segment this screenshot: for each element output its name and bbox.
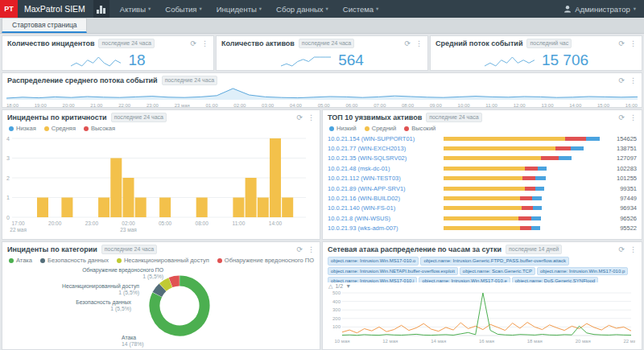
asset-bar-segment — [444, 206, 522, 210]
kebab-menu-icon[interactable]: ⋮ — [630, 246, 637, 253]
legend-item[interactable]: Безопасность данных — [40, 257, 109, 264]
svg-text:200: 200 — [332, 316, 341, 321]
legend-item[interactable]: Средняя — [44, 125, 76, 132]
legend-item[interactable]: Атака — [9, 257, 32, 264]
asset-link[interactable]: 10.0.21.112 (WIN-TEST03) — [328, 175, 440, 182]
asset-link[interactable]: 10.0.21.140 (WIN-FS-01) — [328, 204, 440, 212]
filter-chip[interactable]: object.name: Intrusion.Generic.FTPD_PASS… — [420, 257, 569, 266]
svg-text:05:00: 05:00 — [159, 220, 172, 226]
asset-link[interactable]: 10.0.21.48 (msk-dc-01) — [328, 165, 440, 172]
svg-text:100: 100 — [332, 324, 341, 329]
tab-start-page[interactable]: Стартовая страница — [2, 18, 87, 33]
asset-bar-segment — [444, 216, 518, 220]
asset-bar-track — [444, 176, 600, 180]
asset-bar-track — [444, 216, 600, 220]
legend-item[interactable]: Высокий — [404, 125, 436, 132]
refresh-icon[interactable]: ⟳ — [404, 40, 411, 47]
asset-value: 101255 — [603, 175, 637, 182]
caret-down-icon: ▾ — [148, 6, 151, 12]
chips-page-indicator[interactable]: 1/2 — [335, 283, 343, 289]
kebab-menu-icon[interactable]: ⋮ — [415, 40, 423, 47]
menu-item-label: Сбор данных — [276, 5, 323, 14]
asset-value: 154625 — [603, 135, 637, 142]
caret-down-icon: ▾ — [634, 6, 636, 12]
kebab-menu-icon[interactable]: ⋮ — [308, 114, 315, 121]
menu-incidents[interactable]: Инциденты▾ — [209, 0, 269, 18]
menu-data-collection[interactable]: Сбор данных▾ — [269, 0, 336, 18]
legend-item[interactable]: Низкий — [329, 125, 357, 132]
legend-dot — [329, 126, 334, 131]
caret-down-icon: ▾ — [199, 6, 201, 12]
asset-bar — [444, 137, 600, 141]
asset-link[interactable]: 10.0.21.16 (WIN-BUILD02) — [328, 195, 440, 202]
menu-events[interactable]: События▾ — [158, 0, 208, 18]
widget-title: Количество инцидентов — [7, 39, 94, 47]
pt-logo[interactable]: PT — [0, 0, 18, 18]
asset-value: 96526 — [603, 215, 637, 222]
axis-tick-label: 04:00 — [290, 103, 302, 108]
legend-item[interactable]: Несанкционированный доступ — [117, 257, 209, 264]
asset-bar — [444, 176, 546, 180]
refresh-icon[interactable]: ⟳ — [190, 40, 196, 47]
svg-text:4: 4 — [6, 136, 10, 142]
period-badge: последние 24 часа — [98, 39, 154, 48]
refresh-icon[interactable]: ⟳ — [618, 114, 625, 121]
refresh-icon[interactable]: ⟳ — [618, 40, 625, 47]
asset-row: 10.0.21.16 (WIN-BUILD02)97449 — [323, 193, 642, 203]
legend-label: Высокий — [411, 125, 436, 132]
legend-item[interactable]: Высокая — [84, 125, 115, 132]
legend-item[interactable]: Низкая — [9, 125, 36, 132]
axis-tick-label: 06:00 — [345, 103, 357, 108]
dashboards-icon[interactable] — [93, 0, 109, 18]
asset-row: 10.0.21.35 (WIN-SQLSRV02)127097 — [323, 154, 642, 163]
kebab-menu-icon[interactable]: ⋮ — [630, 77, 637, 84]
filter-chip[interactable]: object.name: Intrusion.Win.MS17-010.o — [328, 257, 419, 266]
filter-chip[interactable]: object.name: DoS.Generic.SYNFlood — [512, 277, 598, 282]
kebab-menu-icon[interactable]: ⋮ — [308, 246, 315, 253]
asset-link[interactable]: 10.0.21.89 (WIN-APP-SRV1) — [328, 185, 440, 192]
asset-bar-track — [444, 137, 600, 141]
refresh-icon[interactable]: ⟳ — [296, 114, 303, 121]
menu-system[interactable]: Система▾ — [336, 0, 386, 18]
kebab-menu-icon[interactable]: ⋮ — [630, 40, 637, 47]
asset-bar-segment — [541, 156, 559, 160]
widget-title: ТОП 10 уязвимых активов — [328, 113, 422, 121]
refresh-icon[interactable]: ⟳ — [618, 77, 625, 84]
widget-network-attack-by-hours: Сетевая атака распределение по часам за … — [322, 241, 642, 350]
asset-link[interactable]: 10.0.21.8 (WIN-WSUS) — [328, 215, 440, 222]
refresh-icon[interactable]: ⟳ — [618, 246, 625, 253]
user-menu[interactable]: Администратор ▾ — [555, 5, 644, 14]
asset-link[interactable]: 10.0.21.93 (wks-adm-007) — [328, 224, 440, 232]
axis-tick-label: 18:00 — [6, 103, 19, 108]
filter-chip[interactable]: object.name: Intrusion.Win.NETAPI.buffer… — [328, 267, 458, 276]
legend-dot — [40, 258, 45, 263]
category-donut-chart: Обнаружение вредоносного ПО1 (5,5%)Несан… — [2, 266, 320, 348]
caret-down-icon[interactable]: ▼ — [345, 283, 351, 289]
legend-label: Безопасность данных — [47, 257, 109, 264]
kebab-menu-icon[interactable]: ⋮ — [201, 40, 208, 47]
filter-chip[interactable]: object.name: Intrusion.Win.MS17-010.e — [419, 277, 510, 282]
kebab-menu-icon[interactable]: ⋮ — [630, 114, 637, 121]
asset-bar-segment — [522, 176, 536, 180]
menu-item-label: Система — [343, 5, 374, 14]
refresh-icon[interactable]: ⟳ — [296, 246, 303, 253]
legend-dot — [404, 126, 409, 131]
asset-link[interactable]: 10.0.21.35 (WIN-SQLSRV02) — [328, 154, 440, 162]
filter-chip[interactable]: object.name: Intrusion.Win.MS17-010.p — [537, 267, 628, 276]
legend-item[interactable]: Обнаружение вредоносного ПО — [217, 257, 314, 264]
asset-link[interactable]: 10.0.21.77 (WIN-EXCH2013) — [328, 145, 440, 152]
asset-bar — [444, 196, 542, 200]
asset-bar — [444, 156, 572, 160]
asset-bar — [444, 167, 547, 171]
filter-chip[interactable]: object.name: Intrusion.Win.MS17-010.j — [328, 277, 417, 282]
flow-area-chart — [2, 87, 642, 103]
menu-item-label: Инциденты — [217, 5, 257, 14]
svg-text:2: 2 — [6, 175, 10, 181]
asset-bar-segment — [571, 146, 584, 150]
asset-link[interactable]: 10.0.21.154 (WIN-SUPPORT01) — [328, 135, 440, 142]
filter-chip[interactable]: object.name: Scan.Generic.TCP — [460, 267, 535, 276]
legend: АтакаБезопасность данныхНесанкционирован… — [2, 256, 320, 266]
menu-assets[interactable]: Активы▾ — [113, 0, 158, 18]
legend-item[interactable]: Средний — [365, 125, 397, 132]
axis-tick-label: 07:00 — [374, 103, 386, 108]
